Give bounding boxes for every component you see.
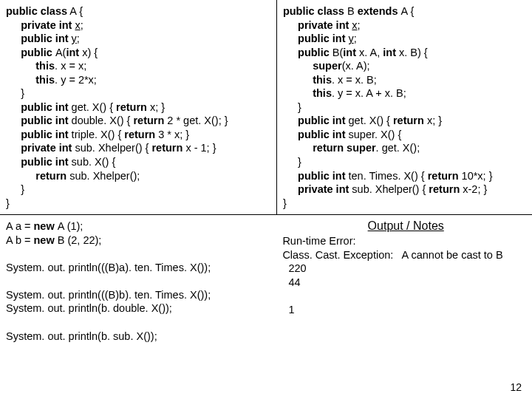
output-heading: Output / Notes: [282, 219, 529, 234]
output-text: Run-time Error: Class. Cast. Exception: …: [282, 234, 529, 316]
class-a-code: public class A { private int x; public i…: [6, 4, 273, 210]
class-b-code: public class B extends A { private int x…: [283, 4, 529, 210]
calls-code: A a = new A (1); A b = new B (2, 22); Sy…: [6, 219, 273, 343]
page-number: 12: [510, 381, 522, 393]
slide-table: public class A { private int x; public i…: [0, 0, 532, 347]
